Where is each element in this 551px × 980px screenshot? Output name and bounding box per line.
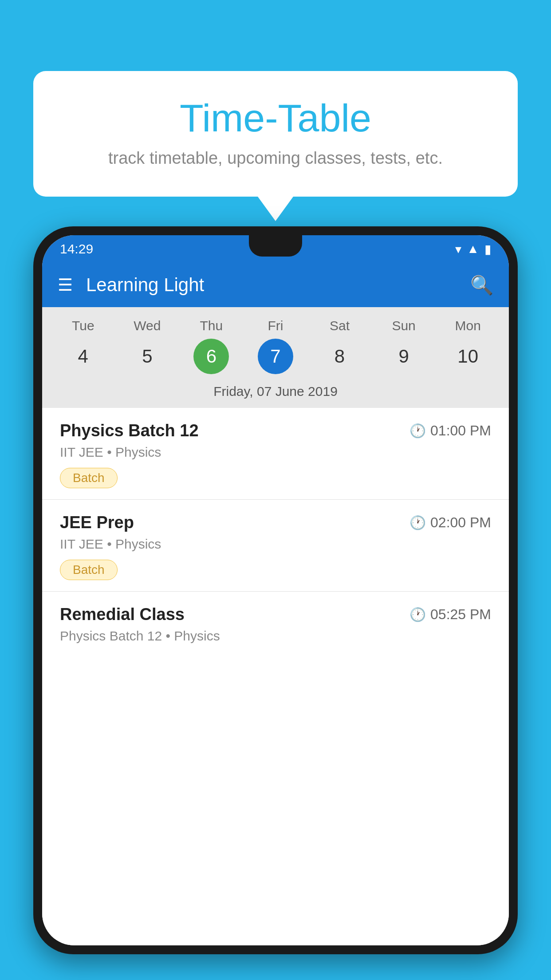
schedule-item-1-subtitle: IIT JEE • Physics — [60, 537, 491, 552]
app-title: Learning Light — [86, 274, 470, 296]
speech-bubble-section: Time-Table track timetable, upcoming cla… — [33, 71, 518, 221]
day-col-wed[interactable]: Wed 5 — [118, 318, 176, 374]
speech-bubble: Time-Table track timetable, upcoming cla… — [33, 71, 518, 197]
bubble-subtitle: track timetable, upcoming classes, tests… — [60, 149, 491, 168]
wifi-icon: ▾ — [455, 242, 461, 257]
schedule-item-2-title: Remedial Class — [60, 605, 185, 624]
clock-icon-2: 🕐 — [409, 607, 426, 622]
day-col-tue[interactable]: Tue 4 — [54, 318, 112, 374]
calendar-header: Tue 4 Wed 5 Thu 6 Fri — [42, 307, 509, 408]
schedule-item-2-time: 🕐 05:25 PM — [409, 606, 491, 623]
day-num-6: 6 — [193, 339, 229, 374]
phone-screen: 14:29 ▾ ▲ ▮ ☰ Learning Light 🔍 Tue — [42, 235, 509, 945]
day-col-sat[interactable]: Sat 8 — [311, 318, 369, 374]
day-name-fri: Fri — [268, 318, 283, 333]
day-col-fri[interactable]: Fri 7 — [247, 318, 304, 374]
day-num-5: 5 — [130, 339, 165, 374]
day-col-thu[interactable]: Thu 6 — [182, 318, 240, 374]
schedule-item-1-time: 🕐 02:00 PM — [409, 514, 491, 531]
clock-icon-0: 🕐 — [409, 423, 426, 439]
day-num-7: 7 — [258, 339, 293, 374]
status-icons: ▾ ▲ ▮ — [455, 242, 491, 257]
schedule-item-1-title: JEE Prep — [60, 513, 134, 532]
day-name-sat: Sat — [330, 318, 350, 333]
day-num-8: 8 — [322, 339, 358, 374]
day-name-thu: Thu — [200, 318, 223, 333]
batch-badge-0: Batch — [60, 468, 118, 488]
day-name-tue: Tue — [72, 318, 94, 333]
day-name-mon: Mon — [455, 318, 480, 333]
schedule-item-2[interactable]: Remedial Class 🕐 05:25 PM Physics Batch … — [42, 592, 509, 650]
clock-icon-1: 🕐 — [409, 515, 426, 530]
bubble-title: Time-Table — [60, 95, 491, 141]
day-col-mon[interactable]: Mon 10 — [439, 318, 497, 374]
batch-badge-1: Batch — [60, 560, 118, 580]
schedule-item-0-time: 🕐 01:00 PM — [409, 423, 491, 439]
day-num-10: 10 — [450, 339, 486, 374]
phone-outer: 14:29 ▾ ▲ ▮ ☰ Learning Light 🔍 Tue — [33, 226, 518, 954]
days-row: Tue 4 Wed 5 Thu 6 Fri — [42, 318, 509, 379]
schedule-list: Physics Batch 12 🕐 01:00 PM IIT JEE • Ph… — [42, 408, 509, 945]
day-num-9: 9 — [386, 339, 421, 374]
day-name-wed: Wed — [134, 318, 161, 333]
hamburger-icon[interactable]: ☰ — [58, 277, 73, 293]
schedule-item-0-title: Physics Batch 12 — [60, 421, 199, 440]
schedule-item-2-header: Remedial Class 🕐 05:25 PM — [60, 605, 491, 624]
schedule-time-2-label: 05:25 PM — [430, 606, 491, 623]
schedule-item-1[interactable]: JEE Prep 🕐 02:00 PM IIT JEE • Physics Ba… — [42, 500, 509, 592]
app-bar: ☰ Learning Light 🔍 — [42, 263, 509, 307]
phone-mockup: 14:29 ▾ ▲ ▮ ☰ Learning Light 🔍 Tue — [33, 226, 518, 980]
schedule-item-0-subtitle: IIT JEE • Physics — [60, 445, 491, 460]
status-time: 14:29 — [60, 241, 93, 257]
schedule-item-2-subtitle: Physics Batch 12 • Physics — [60, 628, 491, 644]
phone-notch — [249, 235, 302, 257]
schedule-time-0-label: 01:00 PM — [430, 423, 491, 439]
schedule-time-1-label: 02:00 PM — [430, 514, 491, 531]
day-name-sun: Sun — [392, 318, 415, 333]
search-icon[interactable]: 🔍 — [470, 274, 493, 296]
bubble-tail — [258, 197, 293, 221]
signal-icon: ▲ — [467, 242, 479, 256]
schedule-item-0-header: Physics Batch 12 🕐 01:00 PM — [60, 421, 491, 440]
schedule-item-1-header: JEE Prep 🕐 02:00 PM — [60, 513, 491, 532]
battery-icon: ▮ — [484, 242, 491, 257]
selected-date-label: Friday, 07 June 2019 — [42, 379, 509, 408]
day-col-sun[interactable]: Sun 9 — [375, 318, 433, 374]
day-num-4: 4 — [65, 339, 101, 374]
schedule-item-0[interactable]: Physics Batch 12 🕐 01:00 PM IIT JEE • Ph… — [42, 408, 509, 500]
